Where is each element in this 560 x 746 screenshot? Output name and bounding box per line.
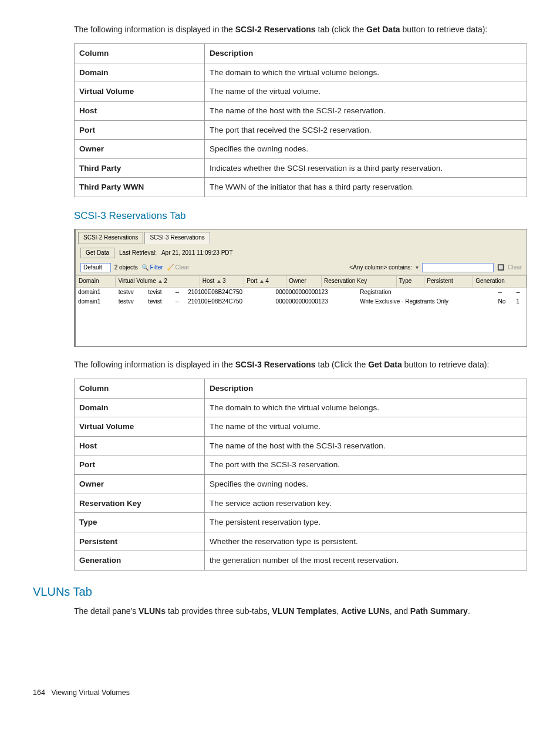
table-row: OwnerSpecifies the owning nodes. [75,140,527,159]
object-count: 2 objects [114,264,138,272]
table-row: DomainThe domain to which the virtual vo… [75,398,527,417]
intro-scsi3: The following information is displayed i… [74,359,527,370]
tab-scsi2[interactable]: SCSI-2 Reservations [78,232,143,244]
grid-row[interactable]: domain1testvvtevist--210100E08B24C750000… [76,288,527,298]
grid-cell: 210100E08B24C750 [185,297,273,307]
table-row: OwnerSpecifies the owning nodes. [75,475,527,494]
grid-cell: 210100E08B24C750 [185,288,273,298]
cell-col: Generation [75,551,205,571]
grid-cell: No [495,297,514,307]
cell-col: Owner [75,140,205,159]
grid-cell: testvv [116,297,146,307]
col-header-description: Description [205,44,527,63]
cell-col: Domain [75,63,205,82]
cell-desc: The persistent reservation type. [205,513,527,532]
search-clear-link[interactable]: Clear [508,264,522,272]
grid-cell: tevist [146,288,173,298]
table-row: Third PartyIndicates whether the SCSI re… [75,158,527,178]
cell-col: Virtual Volume [75,417,205,437]
grid-cell: domain1 [76,288,116,298]
page-number: 164 [33,688,45,697]
cell-desc: Specifies the owning nodes. [205,140,527,159]
grid-cell: testvv [116,288,146,298]
last-retrieval-label: Last Retrieval: [119,249,157,258]
search-result-icon: 🔲 [497,264,504,272]
table-row: Reservation KeyThe service action reserv… [75,494,527,513]
cell-col: Host [75,436,205,455]
cell-desc: the generation number of the most recent… [205,551,527,571]
scsi3-heading: SCSI-3 Reservations Tab [74,209,527,224]
scsi2-table: Column Description DomainThe domain to w… [74,43,527,197]
data-grid: Domain Virtual Volume 2 Host 3 Port 4 Ow… [76,275,527,346]
col-header-column: Column [75,379,205,399]
grid-col-owner[interactable]: Owner [286,276,322,288]
grid-cell: 1 [514,297,527,307]
cell-desc: The name of the virtual volume. [205,417,527,437]
grid-cell: -- [173,297,186,307]
vluns-description: The detail pane's VLUNs tab provides thr… [74,605,527,617]
cell-col: Reservation Key [75,494,205,513]
page-title: Viewing Virtual Volumes [51,688,130,697]
sort-icon [158,280,162,283]
get-data-button[interactable]: Get Data [80,248,114,259]
cell-col: Owner [75,475,205,494]
grid-col-rkey[interactable]: Reservation Key [321,276,396,288]
search-label: <Any column> contains: [349,264,412,272]
table-row: Generationthe generation number of the m… [75,551,527,571]
grid-col-persistent[interactable]: Persistent [424,276,473,288]
table-row: HostThe name of the host with the SCSI-2… [75,101,527,120]
cell-desc: Specifies the owning nodes. [205,475,527,494]
table-row: PersistentWhether the reservation type i… [75,532,527,551]
cell-desc: The name of the host with the SCSI-3 res… [205,436,527,455]
table-row: DomainThe domain to which the virtual vo… [75,63,527,82]
scsi3-screenshot: SCSI-2 Reservations SCSI-3 Reservations … [74,229,527,347]
grid-cell: Write Exclusive - Registrants Only [357,297,495,307]
grid-col-host[interactable]: Host 3 [200,276,244,288]
table-row: Third Party WWNThe WWN of the initiator … [75,178,527,197]
table-row: Virtual VolumeThe name of the virtual vo… [75,417,527,437]
grid-cell: domain1 [76,297,116,307]
table-row: TypeThe persistent reservation type. [75,513,527,532]
page-footer: 164 Viewing Virtual Volumes [33,687,527,698]
grid-cell: 0000000000000123 [274,297,358,307]
cell-desc: The port with the SCSI-3 reservation. [205,455,527,475]
cell-desc: The name of the virtual volume. [205,82,527,102]
search-input[interactable] [422,263,494,272]
cell-col: Port [75,455,205,475]
cell-col: Third Party WWN [75,178,205,197]
grid-cell: -- [173,288,186,298]
grid-cell: Registration [357,288,495,298]
table-row: PortThe port that received the SCSI-2 re… [75,120,527,140]
cell-col: Domain [75,398,205,417]
cell-col: Type [75,513,205,532]
col-header-description: Description [205,379,527,399]
tab-scsi3[interactable]: SCSI-3 Reservations [144,232,210,244]
grid-col-generation[interactable]: Generation [473,276,527,288]
table-row: HostThe name of the host with the SCSI-3… [75,436,527,455]
grid-col-type[interactable]: Type [396,276,424,288]
cell-desc: Whether the reservation type is persiste… [205,532,527,551]
scsi3-table: Column Description DomainThe domain to w… [74,379,527,571]
table-row: PortThe port with the SCSI-3 reservation… [75,455,527,475]
col-header-column: Column [75,44,205,63]
grid-col-port[interactable]: Port 4 [244,276,286,288]
cell-desc: The service action reservation key. [205,494,527,513]
filter-clear-link[interactable]: 🧹 Clear [167,264,190,272]
grid-cell: 0000000000000123 [274,288,358,298]
grid-cell: -- [514,288,527,298]
grid-col-domain[interactable]: Domain [76,276,116,288]
search-dropdown-icon[interactable]: ▾ [416,264,419,272]
cell-desc: The port that received the SCSI-2 reserv… [205,120,527,140]
cell-desc: The WWN of the initiator that has a thir… [205,178,527,197]
cell-col: Port [75,120,205,140]
table-row: Virtual VolumeThe name of the virtual vo… [75,82,527,102]
cell-col: Third Party [75,158,205,178]
last-retrieval-value: Apr 21, 2011 11:09:23 PDT [161,249,233,258]
filter-link[interactable]: 🔍 Filter [141,264,163,272]
grid-row[interactable]: domain1testvvtevist--210100E08B24C750000… [76,297,527,307]
filter-select[interactable]: Default [80,263,111,272]
sort-icon [260,280,264,283]
cell-desc: The domain to which the virtual volume b… [205,63,527,82]
grid-col-vv[interactable]: Virtual Volume 2 [116,276,200,288]
vluns-heading: VLUNs Tab [33,583,527,600]
